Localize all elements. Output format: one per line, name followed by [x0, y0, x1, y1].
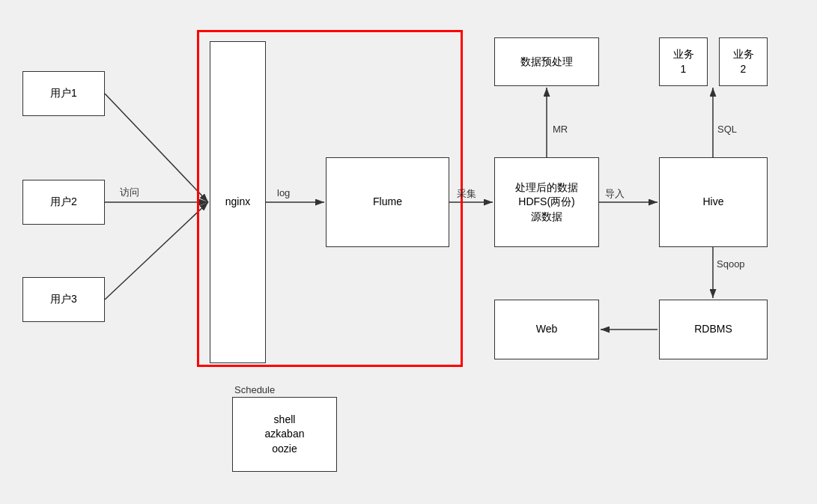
sql-label: SQL — [717, 124, 737, 135]
preprocess-box: 数据预处理 — [494, 37, 599, 86]
rdbms-box: RDBMS — [659, 300, 768, 359]
import-label: 导入 — [605, 187, 625, 201]
web-label: Web — [536, 322, 558, 337]
user1-box: 用户1 — [22, 71, 105, 116]
nginx-label: nginx — [225, 195, 250, 210]
rdbms-label: RDBMS — [694, 322, 732, 337]
schedule-title-label: Schedule — [234, 384, 275, 395]
preprocess-label: 数据预处理 — [520, 55, 573, 70]
hive-box: Hive — [659, 157, 768, 247]
biz1-box: 业务 1 — [659, 37, 708, 86]
schedule-box: shell azkaban oozie — [232, 397, 337, 472]
visit-label: 访问 — [120, 186, 139, 199]
biz2-box: 业务 2 — [719, 37, 768, 86]
flume-box: Flume — [326, 157, 449, 247]
collect-label: 采集 — [457, 187, 476, 201]
mr-label: MR — [553, 124, 568, 135]
user2-box: 用户2 — [22, 180, 105, 225]
hdfs-box: 处理后的数据 HDFS(两份) 源数据 — [494, 157, 599, 247]
nginx-box: nginx — [210, 41, 266, 363]
hive-label: Hive — [702, 195, 723, 210]
user3-box: 用户3 — [22, 277, 105, 322]
log-label: log — [277, 187, 290, 198]
user3-label: 用户3 — [50, 292, 77, 307]
hdfs-label: 处理后的数据 HDFS(两份) 源数据 — [515, 180, 578, 225]
user2-label: 用户2 — [50, 195, 77, 210]
user1-label: 用户1 — [50, 86, 77, 101]
sqoop-label: Sqoop — [717, 258, 745, 270]
schedule-label: shell azkaban oozie — [265, 413, 305, 457]
biz2-label: 业务 2 — [733, 47, 754, 76]
svg-line-4 — [105, 202, 208, 300]
biz1-label: 业务 1 — [673, 47, 694, 76]
flume-label: Flume — [373, 195, 402, 210]
web-box: Web — [494, 300, 599, 359]
diagram: 用户1 用户2 用户3 nginx Flume 处理后的数据 HDFS(两份) … — [0, 0, 817, 504]
